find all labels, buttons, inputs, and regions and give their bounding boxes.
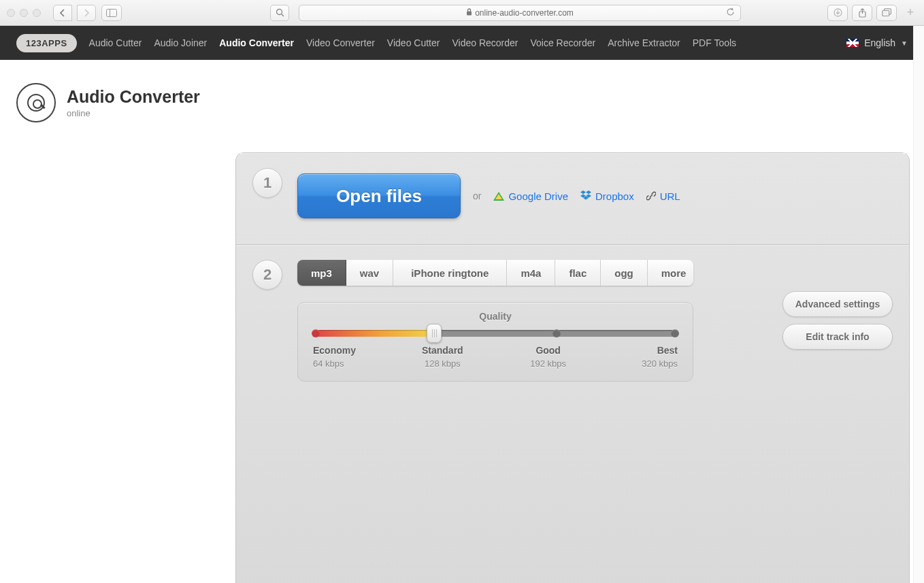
- downloads-button[interactable]: [827, 5, 848, 21]
- quality-rate: 320 kbps: [630, 359, 678, 369]
- open-files-button[interactable]: Open files: [297, 173, 461, 218]
- quality-level-standard: Standard 128 kbps: [418, 345, 466, 369]
- quality-level-best: Best 320 kbps: [630, 345, 678, 369]
- svg-rect-8: [882, 11, 889, 16]
- nav-video-converter[interactable]: Video Converter: [306, 37, 375, 48]
- forward-button[interactable]: [77, 5, 96, 21]
- nav-pdf-tools[interactable]: PDF Tools: [693, 37, 736, 48]
- language-switcher[interactable]: English ▼: [846, 37, 908, 48]
- logo[interactable]: 123APPS: [16, 34, 77, 52]
- format-tab-wav[interactable]: wav: [346, 260, 393, 286]
- browser-chrome: online-audio-converter.com +: [0, 0, 924, 26]
- format-more-label: more: [661, 267, 687, 279]
- format-tabs: mp3 wav iPhone ringtone m4a flac ogg mor…: [297, 260, 693, 286]
- close-window-icon[interactable]: [7, 9, 15, 17]
- svg-line-3: [281, 14, 284, 17]
- zoom-window-icon[interactable]: [33, 9, 41, 17]
- dropbox-label: Dropbox: [595, 190, 634, 202]
- slider-stop-1: [312, 329, 320, 337]
- slider-stop-4: [671, 329, 679, 337]
- format-tab-iphone-ringtone[interactable]: iPhone ringtone: [393, 260, 507, 286]
- step-1-section: 1 Open files or Google Drive Dropbox URL: [236, 153, 909, 245]
- sidebar-toggle-button[interactable]: [101, 5, 122, 21]
- quality-name: Good: [525, 345, 572, 356]
- quality-name: Economy: [313, 345, 361, 356]
- url-text: online-audio-converter.com: [475, 8, 574, 18]
- step-2-badge: 2: [252, 260, 282, 290]
- nav-audio-joiner[interactable]: Audio Joiner: [154, 37, 207, 48]
- main-panel: 1 Open files or Google Drive Dropbox URL: [235, 152, 910, 583]
- quality-rate: 128 kbps: [418, 359, 466, 369]
- svg-rect-0: [107, 9, 117, 16]
- tabs-button[interactable]: [876, 5, 897, 21]
- page-title: Audio Converter: [67, 87, 200, 107]
- step-2-section: 2 mp3 wav iPhone ringtone m4a flac ogg m…: [236, 245, 909, 583]
- language-label: English: [864, 37, 895, 48]
- quality-slider[interactable]: [316, 330, 675, 337]
- slider-fill: [316, 330, 434, 337]
- nav-audio-cutter[interactable]: Audio Cutter: [89, 37, 142, 48]
- quality-level-good: Good 192 kbps: [525, 345, 572, 369]
- google-drive-link[interactable]: Google Drive: [493, 190, 568, 202]
- svg-rect-4: [467, 12, 472, 16]
- quality-name: Standard: [418, 345, 466, 356]
- quality-name: Best: [630, 345, 678, 356]
- google-drive-icon: [493, 192, 504, 201]
- share-button[interactable]: [852, 5, 872, 21]
- new-tab-button[interactable]: +: [904, 3, 917, 23]
- step-1-badge: 1: [252, 168, 282, 198]
- format-tab-m4a[interactable]: m4a: [507, 260, 555, 286]
- dropbox-icon: [580, 190, 591, 202]
- search-button[interactable]: [270, 5, 289, 21]
- quality-panel: Quality Economy 64 kbps: [297, 302, 693, 382]
- page-header: Audio Converter online: [16, 83, 912, 122]
- site-nav: 123APPS Audio Cutter Audio Joiner Audio …: [0, 26, 924, 60]
- or-text: or: [473, 190, 481, 201]
- address-bar[interactable]: online-audio-converter.com: [299, 5, 741, 21]
- advanced-settings-button[interactable]: Advanced settings: [782, 291, 893, 317]
- quality-labels: Economy 64 kbps Standard 128 kbps Good 1…: [313, 345, 678, 369]
- quality-level-economy: Economy 64 kbps: [313, 345, 361, 369]
- slider-thumb[interactable]: [427, 324, 442, 343]
- back-button[interactable]: [53, 5, 72, 21]
- nav-voice-recorder[interactable]: Voice Recorder: [530, 37, 595, 48]
- minimize-window-icon[interactable]: [20, 9, 28, 17]
- nav-video-cutter[interactable]: Video Cutter: [387, 37, 440, 48]
- vertical-scrollbar[interactable]: [913, 26, 924, 583]
- url-link[interactable]: URL: [646, 190, 680, 202]
- window-controls: [7, 9, 41, 17]
- format-tab-mp3[interactable]: mp3: [297, 260, 346, 286]
- flag-icon: [846, 39, 859, 47]
- google-drive-label: Google Drive: [508, 190, 568, 202]
- audio-converter-icon: [16, 83, 56, 122]
- lock-icon: [466, 8, 472, 17]
- link-icon: [646, 191, 656, 201]
- dropbox-link[interactable]: Dropbox: [580, 190, 634, 202]
- quality-rate: 64 kbps: [313, 359, 361, 369]
- reload-icon[interactable]: [726, 7, 735, 18]
- format-tab-ogg[interactable]: ogg: [601, 260, 648, 286]
- format-tab-more[interactable]: more: [648, 260, 693, 286]
- page-subtitle: online: [67, 108, 200, 118]
- slider-stop-3: [552, 329, 561, 337]
- quality-title: Quality: [313, 311, 678, 322]
- nav-audio-converter[interactable]: Audio Converter: [219, 37, 294, 48]
- url-label: URL: [660, 190, 680, 202]
- svg-point-2: [276, 10, 282, 15]
- chevron-down-icon: ▼: [901, 39, 908, 47]
- nav-video-recorder[interactable]: Video Recorder: [452, 37, 518, 48]
- quality-rate: 192 kbps: [525, 359, 572, 369]
- nav-archive-extractor[interactable]: Archive Extractor: [608, 37, 680, 48]
- edit-track-info-button[interactable]: Edit track info: [782, 324, 893, 350]
- format-tab-flac[interactable]: flac: [555, 260, 601, 286]
